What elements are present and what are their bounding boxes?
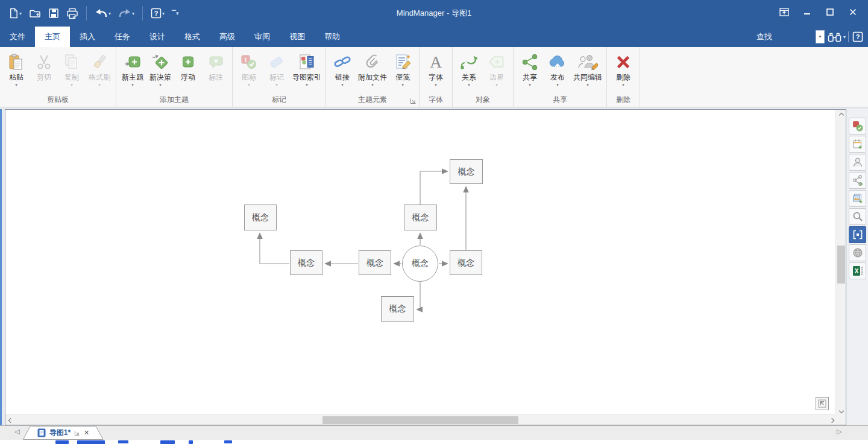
tab-design[interactable]: 设计 — [140, 27, 175, 47]
maximize-button[interactable] — [819, 3, 841, 21]
map-canvas[interactable]: 概念 概念 概念 概念 概念 概念 概念 概念 — [5, 109, 846, 425]
button-label: 浮动 — [181, 73, 195, 82]
tab-insert[interactable]: 插入 — [70, 27, 105, 47]
open-file-button[interactable] — [27, 5, 43, 22]
pane-tab-icon-markers[interactable] — [849, 118, 866, 135]
tab-format[interactable]: 格式 — [175, 27, 210, 47]
topic-node-left-2[interactable]: 概念 — [359, 250, 391, 275]
callout-button[interactable]: 标注 — [202, 47, 230, 88]
notes-button[interactable]: 便笺 ▾ — [389, 47, 417, 88]
scroll-left-button[interactable] — [5, 415, 16, 425]
undo-icon — [95, 8, 108, 19]
pane-tab-snippets-active[interactable] — [849, 226, 866, 243]
redo-button[interactable]: ▾ — [116, 5, 137, 22]
vertical-scrollbar[interactable] — [835, 110, 846, 416]
topic-node-top-right[interactable]: 概念 — [450, 159, 483, 184]
topic-node-bottom[interactable]: 概念 — [381, 296, 414, 322]
pane-tab-relationships[interactable] — [849, 172, 866, 189]
pane-tab-resources[interactable] — [849, 154, 866, 171]
close-button[interactable] — [841, 3, 864, 21]
tab-advanced[interactable]: 高级 — [210, 27, 245, 47]
new-document-button[interactable]: ▾ — [6, 5, 24, 22]
tab-review[interactable]: 审阅 — [245, 27, 280, 47]
delete-button[interactable]: 删除 ▾ — [609, 47, 637, 88]
tab-scroll-right-button[interactable]: ▷ — [837, 428, 841, 436]
binoculars-icon[interactable] — [828, 32, 841, 42]
new-topic-button[interactable]: 新主题 ▾ — [119, 47, 146, 88]
chevron-down-icon: ▾ — [71, 82, 73, 88]
paste-button[interactable]: 粘贴 ▾ — [2, 47, 30, 88]
attach-file-button[interactable]: 附加文件 ▾ — [356, 47, 389, 88]
floating-topic-button[interactable]: 浮动 — [174, 47, 202, 88]
help-icon[interactable]: ? — [852, 31, 863, 42]
tab-scroll-left-button[interactable]: ◁ — [14, 428, 19, 436]
ribbon-display-options-button[interactable] — [773, 3, 796, 21]
save-icon — [48, 8, 59, 19]
chevron-down-icon — [838, 408, 843, 413]
ribbon-group-share: 共享 ▾ 发布 ▾ 共同编辑 ▾ 共享 — [514, 47, 607, 107]
toolbar-separator — [142, 6, 143, 21]
publish-button[interactable]: 发布 ▾ — [544, 47, 571, 88]
pane-tab-search[interactable] — [849, 208, 866, 225]
horizontal-scroll-thumb[interactable] — [322, 416, 518, 424]
minimize-button[interactable] — [796, 3, 819, 21]
format-painter-button[interactable]: 格式刷 ▾ — [86, 47, 113, 88]
ribbon-group-clipboard: 粘贴 ▾ 剪切 复制 ▾ 格式刷 ▾ 剪贴板 — [0, 47, 116, 107]
boundary-button[interactable]: 边界 ▾ — [483, 47, 511, 88]
tab-task[interactable]: 任务 — [105, 27, 140, 47]
ribbon-display-icon — [779, 8, 789, 16]
new-decision-button[interactable]: 新决策 ▾ — [146, 47, 174, 88]
font-button[interactable]: A 字体 ▾ — [422, 47, 450, 88]
find-history-dropdown[interactable]: ▾ — [816, 30, 825, 43]
separator — [848, 31, 849, 42]
pane-tab-excel[interactable]: X — [849, 262, 866, 279]
pane-tab-web[interactable] — [849, 244, 866, 261]
button-label: 粘贴 — [9, 73, 24, 82]
tab-close-icon[interactable]: ✕ — [84, 429, 89, 437]
link-button[interactable]: 链接 ▾ — [329, 47, 356, 88]
paste-icon — [8, 53, 25, 71]
chevron-down-icon: ▾ — [108, 11, 111, 16]
customize-qat-button[interactable]: ▔▾ — [169, 5, 181, 22]
topic-node-center[interactable]: 概念 — [402, 246, 438, 282]
relationship-button[interactable]: 关系 ▾ — [455, 47, 483, 88]
tab-help[interactable]: 帮助 — [315, 27, 350, 47]
print-button[interactable] — [64, 5, 81, 22]
undo-button[interactable]: ▾ — [92, 5, 113, 22]
scroll-up-button[interactable] — [836, 110, 846, 120]
help-button[interactable]: ? ▾ — [148, 5, 167, 22]
tab-file[interactable]: 文件 — [0, 27, 35, 47]
icons-button[interactable]: 1 图标 ▾ — [235, 47, 263, 88]
pane-tab-task-info[interactable] — [849, 136, 866, 153]
share-button[interactable]: 共享 ▾ — [516, 47, 544, 88]
topic-node-left-1[interactable]: 概念 — [290, 250, 322, 275]
chevron-down-icon[interactable]: ▾ — [843, 34, 846, 40]
topic-node-left-top[interactable]: 概念 — [244, 205, 277, 230]
tab-properties-icon[interactable] — [74, 430, 80, 436]
chevron-left-icon — [8, 417, 13, 422]
horizontal-scrollbar[interactable] — [5, 414, 837, 425]
dialog-launcher-icon[interactable] — [410, 98, 417, 104]
pane-tab-images[interactable] — [849, 190, 866, 207]
tags-button[interactable]: 标记 ▾ — [263, 47, 291, 88]
coedit-button[interactable]: 共同编辑 ▾ — [571, 47, 604, 88]
window-controls — [773, 0, 864, 24]
svg-text:X: X — [854, 268, 858, 274]
map-index-button[interactable]: 导图索引 ▾ — [291, 47, 323, 88]
tab-view[interactable]: 视图 — [280, 27, 315, 47]
document-tab-active[interactable]: 导图1* ✕ — [23, 426, 104, 440]
chevron-down-icon: ▾ — [159, 82, 162, 88]
copy-button[interactable]: 复制 ▾ — [58, 47, 86, 88]
title-bar: ▾ ▾ ▾ ? ▾ ▔▾ MindManager - 导图1 — [0, 0, 868, 27]
document-tab-label: 导图1* — [49, 428, 71, 438]
cut-button[interactable]: 剪切 — [30, 47, 58, 88]
save-button[interactable] — [46, 5, 61, 22]
tab-home[interactable]: 主页 — [35, 27, 70, 47]
center-map-button[interactable] — [816, 397, 829, 410]
chevron-down-icon: ▾ — [341, 82, 344, 88]
group-label-marks: 标记 — [235, 94, 323, 107]
new-decision-icon — [151, 53, 169, 71]
topic-node-right[interactable]: 概念 — [450, 250, 482, 275]
topic-node-top[interactable]: 概念 — [404, 205, 437, 230]
vertical-scroll-thumb[interactable] — [837, 246, 845, 284]
